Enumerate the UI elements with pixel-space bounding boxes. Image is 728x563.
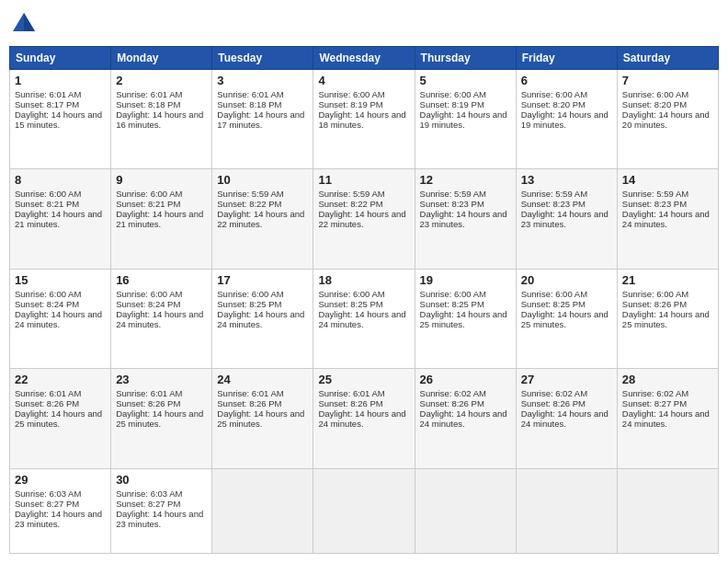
sunset-label: Sunset: 8:27 PM <box>622 398 687 408</box>
sunset-label: Sunset: 8:23 PM <box>521 199 586 209</box>
sunset-label: Sunset: 8:26 PM <box>420 398 484 408</box>
col-wednesday: Wednesday <box>313 47 415 70</box>
daylight-label: Daylight: 14 hours and 25 minutes. <box>622 309 710 329</box>
sunset-label: Sunset: 8:26 PM <box>217 398 281 408</box>
daylight-label: Daylight: 14 hours and 25 minutes. <box>521 309 609 329</box>
sunset-label: Sunset: 8:18 PM <box>217 99 281 109</box>
table-row <box>212 468 313 553</box>
sunset-label: Sunset: 8:26 PM <box>521 398 586 408</box>
day-number: 9 <box>116 173 207 187</box>
day-number: 27 <box>521 373 612 386</box>
day-number: 18 <box>318 273 409 287</box>
sunrise-label: Sunrise: 6:00 AM <box>15 189 81 199</box>
table-row: 6 Sunrise: 6:00 AM Sunset: 8:20 PM Dayli… <box>516 70 617 169</box>
sunset-label: Sunset: 8:23 PM <box>622 199 687 209</box>
daylight-label: Daylight: 14 hours and 24 minutes. <box>217 309 304 329</box>
day-number: 6 <box>521 74 612 87</box>
sunset-label: Sunset: 8:26 PM <box>15 398 79 408</box>
daylight-label: Daylight: 14 hours and 24 minutes. <box>622 209 710 229</box>
sunrise-label: Sunrise: 6:00 AM <box>622 89 688 99</box>
sunrise-label: Sunrise: 6:00 AM <box>116 289 182 299</box>
day-number: 28 <box>622 373 713 386</box>
daylight-label: Daylight: 14 hours and 22 minutes. <box>217 209 304 229</box>
day-number: 1 <box>15 74 106 87</box>
col-thursday: Thursday <box>415 47 516 70</box>
sunset-label: Sunset: 8:24 PM <box>15 299 79 309</box>
table-row: 22 Sunrise: 6:01 AM Sunset: 8:26 PM Dayl… <box>10 369 111 468</box>
sunrise-label: Sunrise: 6:03 AM <box>116 488 182 499</box>
sunset-label: Sunset: 8:20 PM <box>622 99 687 109</box>
sunset-label: Sunset: 8:20 PM <box>521 99 586 109</box>
sunrise-label: Sunrise: 6:00 AM <box>217 289 283 299</box>
day-number: 17 <box>217 273 308 287</box>
day-number: 14 <box>622 173 713 187</box>
table-row: 12 Sunrise: 5:59 AM Sunset: 8:23 PM Dayl… <box>415 169 516 269</box>
sunset-label: Sunset: 8:22 PM <box>217 199 281 209</box>
table-row <box>516 468 617 553</box>
sunrise-label: Sunrise: 5:59 AM <box>521 189 587 199</box>
sunset-label: Sunset: 8:22 PM <box>318 199 382 209</box>
daylight-label: Daylight: 14 hours and 21 minutes. <box>116 209 203 229</box>
daylight-label: Daylight: 14 hours and 24 minutes. <box>318 408 405 429</box>
table-row: 23 Sunrise: 6:01 AM Sunset: 8:26 PM Dayl… <box>111 369 212 468</box>
daylight-label: Daylight: 14 hours and 17 minutes. <box>217 109 304 130</box>
table-row: 5 Sunrise: 6:00 AM Sunset: 8:19 PM Dayli… <box>415 70 516 169</box>
col-sunday: Sunday <box>10 47 111 70</box>
day-number: 29 <box>15 473 106 487</box>
sunrise-label: Sunrise: 6:02 AM <box>420 388 486 398</box>
table-row: 27 Sunrise: 6:02 AM Sunset: 8:26 PM Dayl… <box>516 369 617 468</box>
table-row: 29 Sunrise: 6:03 AM Sunset: 8:27 PM Dayl… <box>10 468 111 553</box>
sunset-label: Sunset: 8:25 PM <box>420 299 484 309</box>
day-number: 10 <box>217 173 308 187</box>
calendar-week-row: 1 Sunrise: 6:01 AM Sunset: 8:17 PM Dayli… <box>10 70 719 169</box>
table-row: 18 Sunrise: 6:00 AM Sunset: 8:25 PM Dayl… <box>313 269 415 368</box>
table-row: 13 Sunrise: 5:59 AM Sunset: 8:23 PM Dayl… <box>516 169 617 269</box>
sunrise-label: Sunrise: 6:01 AM <box>116 89 182 99</box>
day-number: 22 <box>15 373 106 386</box>
daylight-label: Daylight: 14 hours and 24 minutes. <box>116 309 203 329</box>
sunset-label: Sunset: 8:21 PM <box>116 199 180 209</box>
table-row: 26 Sunrise: 6:02 AM Sunset: 8:26 PM Dayl… <box>415 369 516 468</box>
daylight-label: Daylight: 14 hours and 20 minutes. <box>622 109 710 130</box>
sunset-label: Sunset: 8:26 PM <box>318 398 382 408</box>
daylight-label: Daylight: 14 hours and 24 minutes. <box>15 309 102 329</box>
table-row: 19 Sunrise: 6:00 AM Sunset: 8:25 PM Dayl… <box>415 269 516 368</box>
col-saturday: Saturday <box>617 47 718 70</box>
sunrise-label: Sunrise: 5:59 AM <box>217 189 283 199</box>
sunset-label: Sunset: 8:24 PM <box>116 299 180 309</box>
table-row <box>313 468 415 553</box>
sunrise-label: Sunrise: 6:00 AM <box>420 89 486 99</box>
table-row <box>415 468 516 553</box>
table-row: 25 Sunrise: 6:01 AM Sunset: 8:26 PM Dayl… <box>313 369 415 468</box>
daylight-label: Daylight: 14 hours and 23 minutes. <box>420 209 507 229</box>
table-row: 1 Sunrise: 6:01 AM Sunset: 8:17 PM Dayli… <box>10 70 111 169</box>
daylight-label: Daylight: 14 hours and 19 minutes. <box>521 109 609 130</box>
calendar-week-row: 15 Sunrise: 6:00 AM Sunset: 8:24 PM Dayl… <box>10 269 719 368</box>
day-number: 24 <box>217 373 308 386</box>
daylight-label: Daylight: 14 hours and 23 minutes. <box>116 509 203 529</box>
sunrise-label: Sunrise: 6:00 AM <box>521 89 587 99</box>
day-number: 4 <box>318 74 409 87</box>
day-number: 20 <box>521 273 612 287</box>
sunrise-label: Sunrise: 6:00 AM <box>15 289 81 299</box>
sunrise-label: Sunrise: 6:01 AM <box>217 388 283 398</box>
table-row: 28 Sunrise: 6:02 AM Sunset: 8:27 PM Dayl… <box>617 369 718 468</box>
daylight-label: Daylight: 14 hours and 24 minutes. <box>420 408 507 429</box>
sunset-label: Sunset: 8:25 PM <box>521 299 586 309</box>
daylight-label: Daylight: 14 hours and 23 minutes. <box>15 509 102 529</box>
daylight-label: Daylight: 14 hours and 21 minutes. <box>15 209 102 229</box>
daylight-label: Daylight: 14 hours and 18 minutes. <box>318 109 405 130</box>
calendar-table: Sunday Monday Tuesday Wednesday Thursday… <box>9 46 719 554</box>
logo-icon <box>9 9 39 39</box>
sunset-label: Sunset: 8:23 PM <box>420 199 484 209</box>
day-number: 15 <box>15 273 106 287</box>
table-row: 17 Sunrise: 6:00 AM Sunset: 8:25 PM Dayl… <box>212 269 313 368</box>
daylight-label: Daylight: 14 hours and 16 minutes. <box>116 109 203 130</box>
calendar-week-row: 29 Sunrise: 6:03 AM Sunset: 8:27 PM Dayl… <box>10 468 719 553</box>
daylight-label: Daylight: 14 hours and 19 minutes. <box>420 109 507 130</box>
sunset-label: Sunset: 8:26 PM <box>622 299 687 309</box>
table-row: 8 Sunrise: 6:00 AM Sunset: 8:21 PM Dayli… <box>10 169 111 269</box>
page: Sunday Monday Tuesday Wednesday Thursday… <box>0 0 728 563</box>
col-monday: Monday <box>111 47 212 70</box>
daylight-label: Daylight: 14 hours and 25 minutes. <box>217 408 304 429</box>
